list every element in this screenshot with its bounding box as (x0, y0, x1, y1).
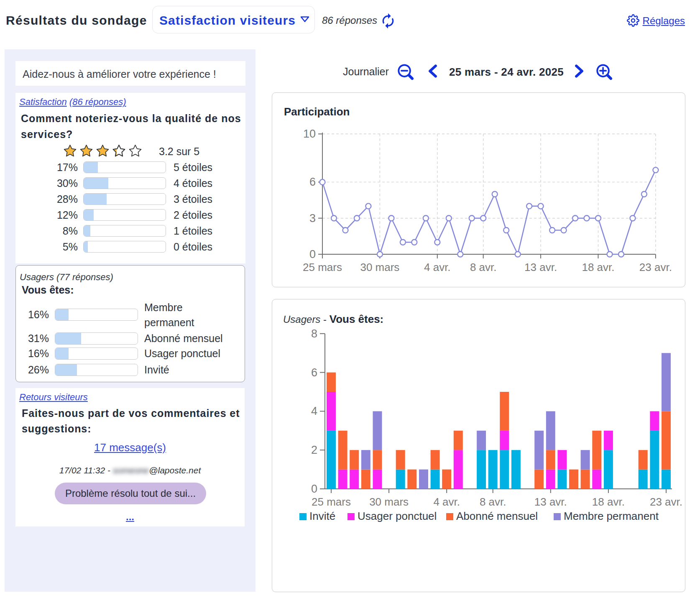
svg-text:13 avr.: 13 avr. (534, 496, 567, 508)
svg-text:Membre permanent: Membre permanent (564, 510, 659, 522)
svg-text:Invité: Invité (309, 510, 335, 522)
svg-text:25 mars: 25 mars (312, 496, 351, 508)
svg-text:23 avr.: 23 avr. (650, 496, 682, 508)
svg-text:13 avr.: 13 avr. (524, 261, 557, 273)
svg-text:25 mars: 25 mars (303, 261, 342, 273)
svg-text:4 avr.: 4 avr. (424, 261, 451, 273)
svg-text:6: 6 (311, 366, 317, 379)
svg-text:8: 8 (311, 327, 317, 340)
svg-text:18 avr.: 18 avr. (582, 261, 614, 273)
svg-text:Abonné mensuel: Abonné mensuel (456, 510, 538, 522)
svg-text:Usager ponctuel: Usager ponctuel (358, 510, 437, 522)
svg-text:0: 0 (311, 483, 317, 495)
svg-text:8 avr.: 8 avr. (480, 496, 506, 508)
svg-text:3: 3 (309, 212, 316, 225)
svg-text:0: 0 (309, 248, 316, 261)
svg-text:23 avr.: 23 avr. (639, 261, 672, 273)
svg-text:4: 4 (311, 405, 317, 417)
svg-text:30 mars: 30 mars (360, 261, 399, 273)
svg-text:18 avr.: 18 avr. (592, 496, 625, 508)
svg-text:4 avr.: 4 avr. (433, 496, 460, 508)
svg-text:8 avr.: 8 avr. (470, 261, 497, 273)
svg-text:10: 10 (303, 128, 316, 140)
svg-text:30 mars: 30 mars (369, 496, 409, 508)
svg-text:2: 2 (311, 444, 317, 456)
svg-text:6: 6 (309, 176, 316, 188)
